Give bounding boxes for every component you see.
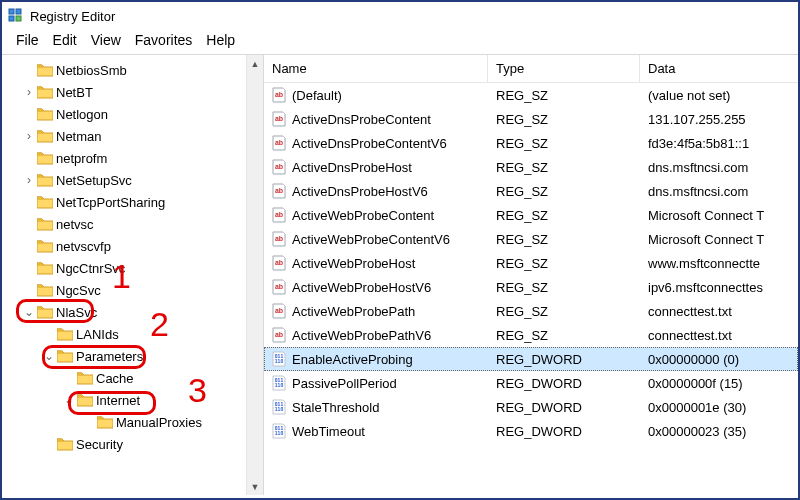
folder-icon — [36, 128, 54, 144]
menu-file[interactable]: File — [16, 32, 39, 48]
list-row[interactable]: abActiveDnsProbeHostREG_SZdns.msftncsi.c… — [264, 155, 798, 179]
tree-item-label: Security — [74, 437, 123, 452]
list-row[interactable]: 011110WebTimeoutREG_DWORD0x00000023 (35) — [264, 419, 798, 443]
list-row[interactable]: abActiveDnsProbeContentV6REG_SZfd3e:4f5a… — [264, 131, 798, 155]
chevron-right-icon[interactable]: › — [22, 173, 36, 187]
list-row[interactable]: abActiveWebProbeHostV6REG_SZipv6.msftcon… — [264, 275, 798, 299]
list-pane: Name Type Data ab(Default)REG_SZ(value n… — [264, 55, 798, 495]
tree-item[interactable]: ManualProxies — [2, 411, 263, 433]
svg-text:ab: ab — [275, 259, 283, 266]
value-data: connecttest.txt — [640, 328, 798, 343]
list-body[interactable]: ab(Default)REG_SZ(value not set)abActive… — [264, 83, 798, 443]
tree-item[interactable]: ⌄Internet — [2, 389, 263, 411]
tree-item-label: Netlogon — [54, 107, 108, 122]
tree-item[interactable]: ›NetBT — [2, 81, 263, 103]
tree-item-label: NlaSvc — [54, 305, 97, 320]
menu-edit[interactable]: Edit — [53, 32, 77, 48]
tree-item[interactable]: NgcCtnrSvc — [2, 257, 263, 279]
tree-item[interactable]: netprofm — [2, 147, 263, 169]
scroll-down-icon[interactable]: ▼ — [247, 478, 263, 495]
chevron-right-icon[interactable]: › — [22, 85, 36, 99]
folder-icon — [56, 326, 74, 342]
value-name: ActiveDnsProbeContent — [292, 112, 431, 127]
folder-icon — [36, 84, 54, 100]
value-name: StaleThreshold — [292, 400, 379, 415]
folder-icon — [36, 150, 54, 166]
tree-item[interactable]: NgcSvc — [2, 279, 263, 301]
svg-text:ab: ab — [275, 91, 283, 98]
value-type: REG_SZ — [488, 160, 640, 175]
tree-item[interactable]: ›NetSetupSvc — [2, 169, 263, 191]
column-header-type[interactable]: Type — [488, 55, 640, 82]
list-row[interactable]: abActiveWebProbeContentV6REG_SZMicrosoft… — [264, 227, 798, 251]
value-data: Microsoft Connect T — [640, 232, 798, 247]
folder-icon — [76, 392, 94, 408]
list-row[interactable]: abActiveWebProbeContentREG_SZMicrosoft C… — [264, 203, 798, 227]
string-value-icon: ab — [270, 254, 288, 272]
tree-item[interactable]: ⌄NlaSvc — [2, 301, 263, 323]
svg-text:110: 110 — [275, 382, 284, 388]
value-name: ActiveDnsProbeHostV6 — [292, 184, 428, 199]
list-row[interactable]: 011110EnableActiveProbingREG_DWORD0x0000… — [264, 347, 798, 371]
tree-item[interactable]: netvscvfp — [2, 235, 263, 257]
svg-rect-0 — [9, 9, 14, 14]
value-type: REG_DWORD — [488, 424, 640, 439]
folder-icon — [36, 62, 54, 78]
string-value-icon: ab — [270, 278, 288, 296]
string-value-icon: ab — [270, 158, 288, 176]
value-type: REG_DWORD — [488, 400, 640, 415]
list-row[interactable]: abActiveDnsProbeHostV6REG_SZdns.msftncsi… — [264, 179, 798, 203]
menu-help[interactable]: Help — [206, 32, 235, 48]
menu-favorites[interactable]: Favorites — [135, 32, 193, 48]
tree-item-label: NetBT — [54, 85, 93, 100]
list-row[interactable]: 011110StaleThresholdREG_DWORD0x0000001e … — [264, 395, 798, 419]
value-type: REG_SZ — [488, 184, 640, 199]
value-name: ActiveWebProbePath — [292, 304, 415, 319]
column-header-name[interactable]: Name — [264, 55, 488, 82]
tree-item[interactable]: netvsc — [2, 213, 263, 235]
app-icon — [8, 8, 24, 24]
dword-value-icon: 011110 — [270, 374, 288, 392]
list-row[interactable]: abActiveDnsProbeContentREG_SZ131.107.255… — [264, 107, 798, 131]
value-type: REG_DWORD — [488, 352, 640, 367]
folder-icon — [56, 348, 74, 364]
tree-item-label: NgcCtnrSvc — [54, 261, 125, 276]
tree-item[interactable]: ›Netman — [2, 125, 263, 147]
list-row[interactable]: abActiveWebProbePathREG_SZconnecttest.tx… — [264, 299, 798, 323]
svg-text:ab: ab — [275, 331, 283, 338]
chevron-down-icon[interactable]: ⌄ — [62, 393, 76, 407]
value-name: EnableActiveProbing — [292, 352, 413, 367]
list-row[interactable]: abActiveWebProbePathV6REG_SZconnecttest.… — [264, 323, 798, 347]
svg-text:ab: ab — [275, 139, 283, 146]
list-row[interactable]: ab(Default)REG_SZ(value not set) — [264, 83, 798, 107]
chevron-down-icon[interactable]: ⌄ — [42, 349, 56, 363]
tree-item[interactable]: NetTcpPortSharing — [2, 191, 263, 213]
scroll-up-icon[interactable]: ▲ — [247, 55, 263, 72]
svg-rect-3 — [16, 16, 21, 21]
chevron-right-icon[interactable]: › — [22, 129, 36, 143]
value-name: (Default) — [292, 88, 342, 103]
tree-scrollbar[interactable]: ▲ ▼ — [246, 55, 263, 495]
tree-item[interactable]: Cache — [2, 367, 263, 389]
tree-item-label: Netman — [54, 129, 102, 144]
value-name: ActiveDnsProbeHost — [292, 160, 412, 175]
tree[interactable]: NetbiosSmb›NetBTNetlogon›Netmannetprofm›… — [2, 55, 263, 459]
value-name: ActiveDnsProbeContentV6 — [292, 136, 447, 151]
column-header-data[interactable]: Data — [640, 55, 798, 82]
tree-item[interactable]: LANIds — [2, 323, 263, 345]
tree-item-label: NgcSvc — [54, 283, 101, 298]
menu-view[interactable]: View — [91, 32, 121, 48]
tree-item[interactable]: Netlogon — [2, 103, 263, 125]
svg-text:ab: ab — [275, 187, 283, 194]
folder-icon — [36, 172, 54, 188]
tree-item[interactable]: ⌄Parameters — [2, 345, 263, 367]
chevron-down-icon[interactable]: ⌄ — [22, 305, 36, 319]
tree-item-label: netvsc — [54, 217, 94, 232]
svg-text:ab: ab — [275, 235, 283, 242]
string-value-icon: ab — [270, 182, 288, 200]
tree-item[interactable]: NetbiosSmb — [2, 59, 263, 81]
list-row[interactable]: abActiveWebProbeHostREG_SZwww.msftconnec… — [264, 251, 798, 275]
list-row[interactable]: 011110PassivePollPeriodREG_DWORD0x000000… — [264, 371, 798, 395]
tree-item[interactable]: Security — [2, 433, 263, 455]
value-data: 0x0000000f (15) — [640, 376, 798, 391]
